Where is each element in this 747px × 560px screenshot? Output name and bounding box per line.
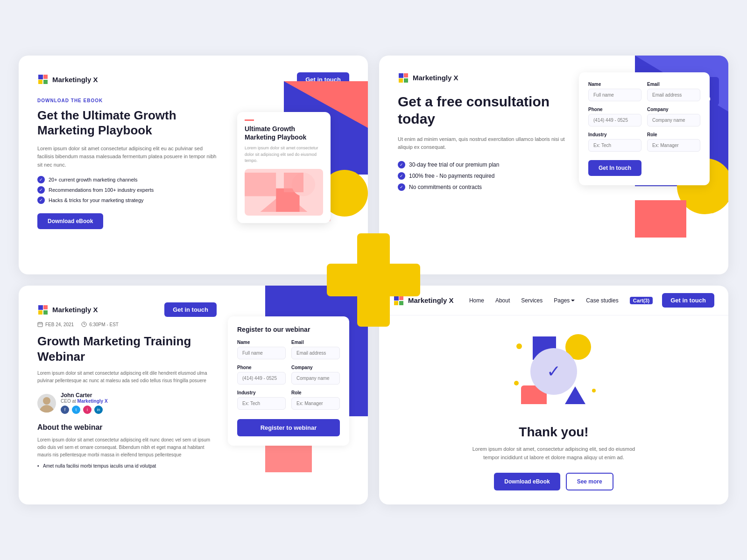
register-webinar-btn[interactable]: Register to webinar <box>237 419 340 436</box>
webinar-name-input[interactable] <box>237 347 286 359</box>
facebook-icon[interactable]: f <box>61 406 69 414</box>
webinar-form-row-3: Industry Role <box>237 390 340 410</box>
ebook-book-title: Ultimate Growth Marketing Playbook <box>245 125 323 141</box>
feature-item: ✓ No commitments or contracts <box>398 183 565 191</box>
nav-case-studies[interactable]: Case studies <box>586 297 618 304</box>
industry-label: Industry <box>588 132 641 137</box>
cart-badge[interactable]: Cart(3) <box>630 297 653 304</box>
check-icon: ✓ <box>398 183 405 191</box>
download-label: DOWNLOAD THE EBOOK <box>37 98 218 103</box>
svg-point-33 <box>43 397 50 405</box>
nav-about[interactable]: About <box>495 297 510 304</box>
logo-icon-webinar <box>37 304 49 315</box>
card-ebook: Marketingly X Get in touch DOWNLOAD THE … <box>19 56 368 274</box>
author-avatar <box>37 394 56 413</box>
webinar-company-input[interactable] <box>291 372 340 385</box>
consult-form: Name Email Phone Company <box>579 72 710 185</box>
phone-label: Phone <box>588 107 641 112</box>
svg-rect-21 <box>635 200 686 238</box>
form-group-industry: Industry <box>588 132 641 152</box>
logo-icon-consultation <box>398 72 409 84</box>
webinar-name-label: Name <box>237 340 286 345</box>
thankyou-illustration: ✓ <box>507 329 600 413</box>
webinar-title: Growth Marketing Training Webinar <box>37 334 217 364</box>
ty-checkmark: ✓ <box>547 362 561 381</box>
author-name: John Carter <box>61 392 108 399</box>
ty-check-circle: ✓ <box>530 348 577 395</box>
download-ebook-btn[interactable]: Download eBook <box>37 213 103 229</box>
chevron-down-icon <box>571 299 575 302</box>
svg-rect-1 <box>43 75 48 79</box>
get-in-touch-btn-consult[interactable]: Get In touch <box>588 160 641 176</box>
svg-rect-0 <box>38 75 43 79</box>
feature-item: ✓ 100% free - No payments required <box>398 172 565 180</box>
svg-rect-39 <box>399 296 403 300</box>
svg-point-34 <box>39 405 54 413</box>
clock-icon <box>81 322 87 327</box>
author-info: John Carter CEO at Marketingly X f t i i… <box>61 392 108 414</box>
nav-pages[interactable]: Pages <box>554 297 575 304</box>
svg-rect-24 <box>38 310 42 315</box>
linkedin-icon[interactable]: in <box>94 406 103 414</box>
ty-small-dot <box>514 381 519 385</box>
ebook-description: Lorem ipsum dolor sit amet consectetur a… <box>37 145 218 169</box>
twitter-icon[interactable]: t <box>72 406 80 414</box>
ebook-book-accent <box>245 119 254 121</box>
logo-consultation: Marketingly X <box>398 72 458 84</box>
see-more-btn[interactable]: See more <box>566 473 613 490</box>
check-icon: ✓ <box>37 186 45 194</box>
calendar-icon <box>37 322 43 327</box>
nav-services[interactable]: Services <box>521 297 543 304</box>
card-ebook-left: DOWNLOAD THE EBOOK Get the Ultimate Grow… <box>37 98 223 258</box>
webinar-desc: Lorem ipsum dolor sit amet consectetur a… <box>37 370 217 385</box>
instagram-icon[interactable]: i <box>83 406 92 414</box>
svg-rect-16 <box>399 78 403 83</box>
list-item: ✓ 20+ current growth marketing channels <box>37 176 218 183</box>
svg-rect-3 <box>43 80 48 84</box>
webinar-meta: FEB 24, 2021 6:30PM - EST <box>37 322 217 327</box>
svg-rect-9 <box>245 173 276 196</box>
ty-yellow-dot2 <box>592 389 596 392</box>
webinar-role-input[interactable] <box>291 397 340 410</box>
get-in-touch-btn-thankyou[interactable]: Get in touch <box>662 293 714 308</box>
form-group-phone: Phone <box>588 107 641 126</box>
thankyou-desc: Lorem ipsum dolor sit amet, consectetur … <box>470 445 638 462</box>
get-in-touch-btn-webinar[interactable]: Get in touch <box>164 302 217 317</box>
company-input[interactable] <box>647 114 700 126</box>
svg-rect-2 <box>38 80 42 84</box>
form-group-role: Role <box>647 132 700 152</box>
webinar-industry-input[interactable] <box>237 397 286 410</box>
list-item: ✓ Recommendations from 100+ industry exp… <box>37 186 218 194</box>
form-row-industry-role: Industry Role <box>588 132 700 152</box>
webinar-email-input[interactable] <box>291 347 340 359</box>
check-icon: ✓ <box>37 176 45 183</box>
download-ebook-btn-ty[interactable]: Download eBook <box>494 473 560 490</box>
webinar-date: FEB 24, 2021 <box>37 322 74 327</box>
role-input[interactable] <box>647 139 700 152</box>
logo-icon-thankyou <box>393 295 404 306</box>
role-label: Role <box>647 132 700 137</box>
card-ebook-body: DOWNLOAD THE EBOOK Get the Ultimate Grow… <box>37 98 349 258</box>
consult-title: Get a free consultation today <box>398 93 565 128</box>
consult-features: ✓ 30-day free trial of our premium plan … <box>398 161 565 191</box>
email-label: Email <box>647 82 700 87</box>
ty-yellow-dot1 <box>516 343 522 349</box>
form-group-company: Company <box>647 107 700 126</box>
nav-home[interactable]: Home <box>469 297 484 304</box>
webinar-phone-input[interactable] <box>237 372 286 385</box>
svg-rect-26 <box>38 322 42 327</box>
phone-input[interactable] <box>588 114 641 126</box>
industry-input[interactable] <box>588 139 641 152</box>
svg-marker-42 <box>571 300 575 301</box>
bullet-list: Amet nulla facilisi morbi tempus iaculis… <box>37 463 217 469</box>
webinar-industry-label: Industry <box>237 390 286 395</box>
svg-rect-17 <box>404 78 408 83</box>
logo-icon-ebook <box>37 74 49 85</box>
card-webinar-left: Marketingly X Get in touch FEB 24, 2021 … <box>37 302 217 488</box>
thankyou-navbar: Marketingly X Home About Services Pages … <box>379 286 728 315</box>
social-icons: f t i in <box>61 406 108 414</box>
consult-desc: Ut enim ad minim veniam, quis nostrud ex… <box>398 135 565 152</box>
logo-thankyou: Marketingly X <box>393 295 454 306</box>
email-input[interactable] <box>647 89 700 101</box>
name-input[interactable] <box>588 89 641 101</box>
